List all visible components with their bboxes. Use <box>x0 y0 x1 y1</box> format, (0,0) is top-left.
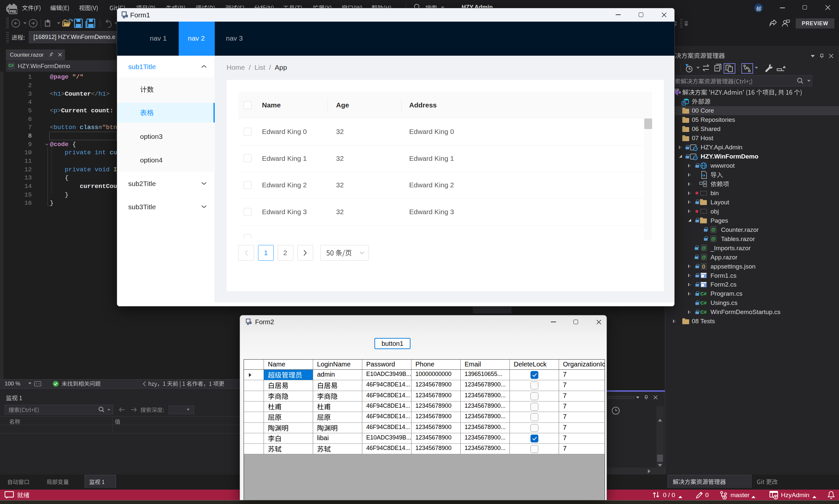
svg-text:PRE: PRE <box>10 10 17 14</box>
